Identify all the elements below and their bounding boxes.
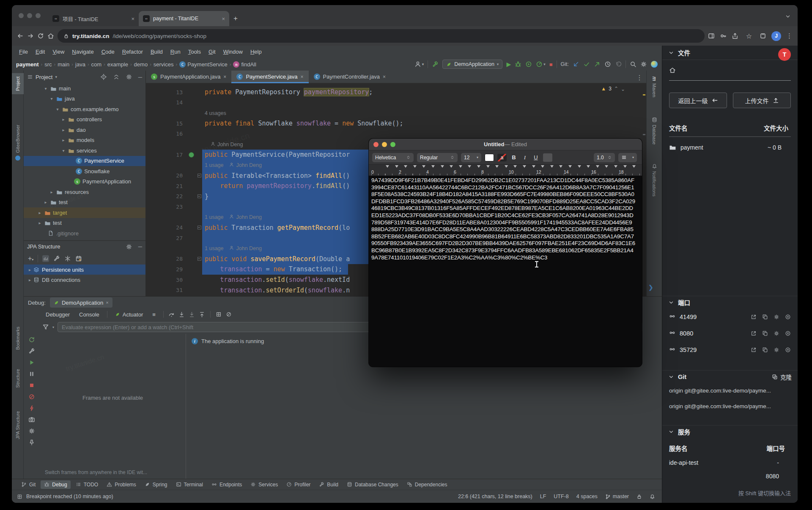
line-number[interactable]: 13 (146, 89, 186, 95)
code-line[interactable]: 14 (146, 98, 646, 108)
close-tab-icon[interactable]: × (223, 74, 226, 80)
menu-refactor[interactable]: Refactor (118, 49, 147, 55)
code-line[interactable]: 15private final Snowflake snowflake = ne… (146, 118, 646, 129)
line-number[interactable]: 28 (146, 256, 186, 262)
debugger-tab[interactable]: Debugger (41, 311, 74, 318)
code-line[interactable]: 13private PaymentRepository paymentRepos… (146, 87, 646, 98)
debug-settings-icon[interactable] (28, 348, 35, 355)
tree-chevron-icon[interactable]: ▾ (43, 86, 48, 91)
tree-item-models[interactable]: ▸models (24, 135, 145, 146)
build-hammer-icon[interactable] (432, 61, 439, 68)
inspection-widget[interactable]: ▲ 3 ⌃ ⌃ (601, 86, 625, 92)
files-home-icon[interactable] (669, 67, 676, 74)
close-tab-icon[interactable]: × (383, 74, 386, 80)
profiler-run-icon[interactable]: ▾ (536, 61, 546, 68)
user-profile-icon[interactable]: ▾ (414, 61, 424, 68)
tree-item-services[interactable]: ▾services (24, 145, 145, 156)
step-out-icon[interactable] (199, 311, 205, 318)
textedit-window-controls[interactable] (373, 142, 395, 147)
font-family-select[interactable]: Helvetica (372, 153, 414, 162)
port-settings-icon[interactable] (774, 314, 779, 320)
remove-port-icon[interactable] (785, 347, 791, 353)
new-tab-button[interactable]: + (229, 11, 242, 26)
tool-strip-structure[interactable]: Structure (12, 366, 24, 390)
tree-chevron-icon[interactable]: ▸ (49, 190, 54, 194)
caret-position[interactable]: 22:6 (421 chars, 12 line breaks) (458, 494, 532, 499)
tree-item-comexampledemo[interactable]: ▾com.example.demo (24, 104, 145, 115)
line-ending[interactable]: LF (540, 494, 546, 499)
close-tab-icon[interactable]: × (131, 16, 134, 22)
tab-stop-icon[interactable] (550, 165, 554, 168)
breadcrumb-item[interactable]: java (75, 61, 85, 68)
code-line[interactable]: 16 (146, 129, 646, 139)
status-grid-icon[interactable] (17, 494, 22, 499)
underline-button[interactable]: U (532, 154, 540, 161)
fold-icon[interactable]: − (198, 174, 201, 177)
breadcrumb-item[interactable]: demo (134, 61, 148, 68)
force-step-into-icon[interactable] (189, 311, 195, 318)
tree-item-dao[interactable]: ▸dao (24, 125, 145, 135)
line-number[interactable]: 30 (146, 277, 186, 283)
go-up-button[interactable]: 返回上一级 (669, 93, 727, 108)
debug-session-tab[interactable]: DemoApplication × (50, 297, 112, 308)
breadcrumb-item[interactable]: payment (16, 61, 38, 68)
menu-file[interactable]: File (15, 49, 32, 55)
minimize-window-button[interactable] (27, 13, 32, 18)
select-opened-file-icon[interactable] (100, 74, 107, 80)
git-branch-widget[interactable]: master (605, 494, 629, 499)
tree-chevron-icon[interactable]: ▸ (61, 128, 66, 132)
rerun-icon[interactable] (28, 336, 35, 343)
breadcrumb-item[interactable]: services (154, 61, 174, 68)
jpa-console-icon[interactable] (75, 255, 82, 262)
textedit-ruler[interactable]: 02468101214161820 (369, 165, 642, 176)
font-size-select[interactable]: 12 ▾ (461, 153, 481, 162)
toolwindow-build[interactable]: Build (315, 480, 342, 489)
copy-port-icon[interactable] (762, 314, 768, 320)
tab-stop-icon[interactable] (568, 165, 572, 168)
memory-snapshot-icon[interactable] (28, 416, 35, 423)
menu-edit[interactable]: Edit (32, 49, 49, 55)
align-right-button[interactable] (568, 153, 578, 162)
coverage-run-icon[interactable] (525, 61, 532, 68)
menu-git[interactable]: Git (205, 49, 219, 55)
textedit-window[interactable]: Untitled — Edited Helvetica Regular 12 ▾… (369, 139, 642, 367)
tree-chevron-icon[interactable]: ▸ (37, 221, 42, 225)
editor-options-kebab-icon[interactable]: ⋮ (636, 74, 643, 82)
close-window-button[interactable] (373, 142, 379, 147)
tab-stop-icon[interactable] (477, 165, 480, 168)
notifications-bell-icon[interactable] (650, 494, 655, 499)
hide-panel-icon[interactable]: ─ (138, 74, 142, 80)
menu-navigate[interactable]: Navigate (68, 49, 97, 55)
remove-port-icon[interactable] (785, 314, 791, 320)
toolwindow-problems[interactable]: Problems (103, 480, 140, 489)
toolwindow-git[interactable]: Git (18, 480, 39, 489)
close-tab-icon[interactable]: × (222, 16, 225, 22)
resume-icon[interactable] (28, 359, 35, 366)
tab-stop-icon[interactable] (468, 165, 471, 168)
upload-file-button[interactable]: 上传文件 (733, 93, 791, 108)
user-avatar[interactable]: T (778, 48, 791, 61)
toolwindow-todo[interactable]: TODO (72, 480, 102, 489)
tab-stop-icon[interactable] (404, 165, 407, 168)
throw-exception-icon[interactable] (28, 405, 35, 412)
bookmark-star-icon[interactable]: ☆ (743, 30, 754, 41)
line-number[interactable]: 22 (146, 193, 186, 199)
tree-item-java[interactable]: ▾java (24, 94, 145, 104)
tool-strip-maven[interactable]: mMaven (647, 76, 662, 97)
forward-icon[interactable] (27, 33, 34, 39)
tool-strip-jpa-structure[interactable]: JPA Structure (12, 409, 24, 442)
tree-chevron-icon[interactable]: ▾ (61, 148, 66, 153)
extension-icon[interactable] (760, 33, 766, 39)
menu-window[interactable]: Window (219, 49, 247, 55)
line-spacing-select[interactable]: 1.0 (594, 153, 615, 162)
stop-icon[interactable] (28, 382, 35, 389)
port-settings-icon[interactable] (774, 330, 779, 336)
toolwindow-terminal[interactable]: Terminal (173, 480, 206, 489)
git-remote-row[interactable]: origin git@gitee.com:live-demo/payme... (662, 398, 798, 414)
toolwindow-profiler[interactable]: Profiler (283, 480, 314, 489)
tool-strip-notifications[interactable]: Notifications (647, 164, 662, 196)
tree-chevron-icon[interactable]: ▸ (61, 138, 66, 142)
tree-chevron-icon[interactable]: ▾ (55, 107, 60, 112)
tree-chevron-icon[interactable]: ▾ (49, 96, 54, 101)
console-tab[interactable]: Console (75, 311, 104, 318)
